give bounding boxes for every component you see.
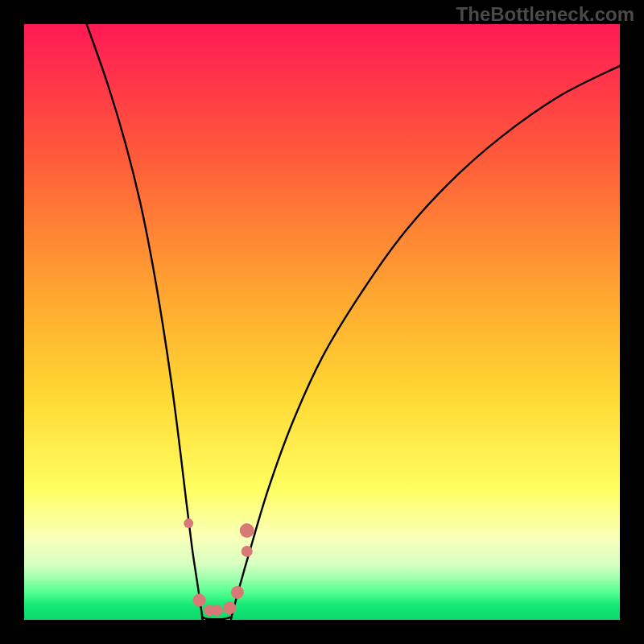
data-marker xyxy=(223,601,236,614)
watermark-label: TheBottleneck.com xyxy=(456,3,634,26)
data-marker xyxy=(242,546,253,557)
chart-frame: TheBottleneck.com xyxy=(0,0,644,644)
data-marker xyxy=(193,594,206,607)
data-marker xyxy=(240,523,254,538)
plot-area xyxy=(24,24,620,620)
data-marker xyxy=(212,605,223,616)
data-marker xyxy=(184,518,193,528)
chart-svg xyxy=(24,24,620,620)
gradient-background xyxy=(24,24,620,620)
data-marker xyxy=(231,586,244,599)
